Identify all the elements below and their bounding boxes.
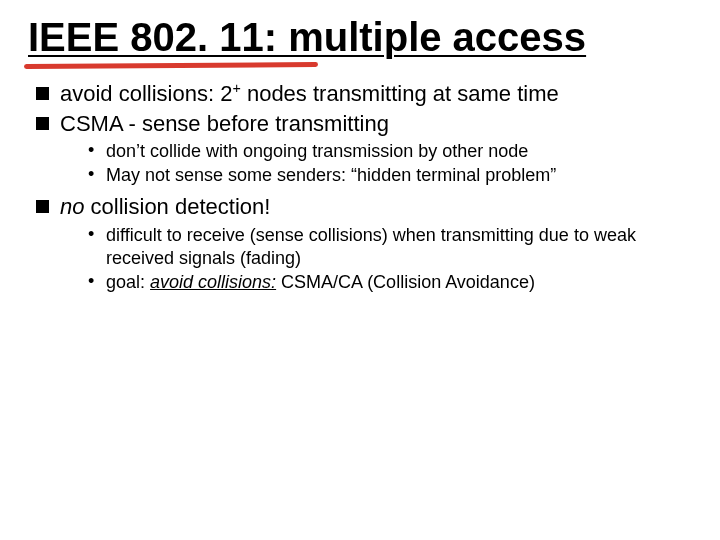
bullet-text: nodes transmitting at same time [241,81,559,106]
slide: IEEE 802. 11: multiple access avoid coll… [0,0,720,540]
bullet-item: no collision detection! difficult to rec… [34,193,692,293]
red-underline [24,62,318,69]
italic-underline-text: avoid collisions: [150,272,276,292]
bullet-item: avoid collisions: 2+ nodes transmitting … [34,80,692,108]
superscript-plus: + [232,80,240,96]
bullet-list: avoid collisions: 2+ nodes transmitting … [34,80,692,294]
title-wrap: IEEE 802. 11: multiple access [28,14,586,66]
sub-bullet-list: don’t collide with ongoing transmission … [60,140,692,187]
sub-bullet-item: goal: avoid collisions: CSMA/CA (Collisi… [88,271,692,294]
sub-bullet-list: difficult to receive (sense collisions) … [60,224,692,294]
sub-bullet-item: difficult to receive (sense collisions) … [88,224,692,270]
sub-bullet-text: difficult to receive (sense collisions) … [106,225,636,268]
bullet-item: CSMA - sense before transmitting don’t c… [34,110,692,187]
bullet-text: CSMA - sense before transmitting [60,111,389,136]
sub-bullet-text: don’t collide with ongoing transmission … [106,141,528,161]
bullet-text: collision detection! [84,194,270,219]
bullet-text: avoid collisions: 2 [60,81,232,106]
sub-bullet-text: goal: [106,272,150,292]
italic-text: no [60,194,84,219]
sub-bullet-item: May not sense some senders: “hidden term… [88,164,692,187]
sub-bullet-item: don’t collide with ongoing transmission … [88,140,692,163]
slide-title: IEEE 802. 11: multiple access [28,14,586,66]
sub-bullet-text: CSMA/CA (Collision Avoidance) [276,272,535,292]
sub-bullet-text: May not sense some senders: “hidden term… [106,165,556,185]
